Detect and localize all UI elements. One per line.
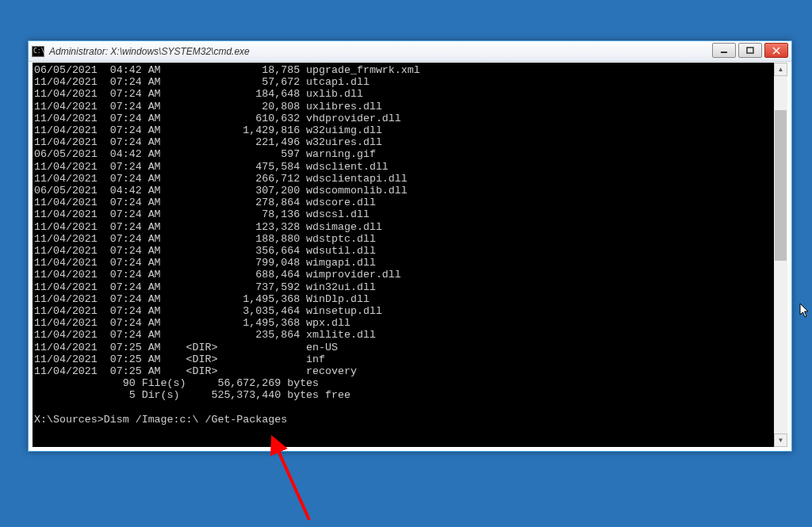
scroll-up-button[interactable]: ▲ <box>774 63 787 76</box>
minimize-icon <box>720 47 728 55</box>
scroll-down-button[interactable]: ▼ <box>774 433 787 447</box>
scrollbar[interactable]: ▲ ▼ <box>774 63 787 447</box>
svg-rect-1 <box>747 48 753 53</box>
close-button[interactable] <box>764 43 788 58</box>
app-icon: C:\ <box>32 46 44 57</box>
maximize-button[interactable] <box>738 43 762 58</box>
scroll-thumb[interactable] <box>775 110 787 261</box>
terminal-output: 06/05/2021 04:42 AM 18,785 upgrade_frmwr… <box>33 63 774 447</box>
titlebar[interactable]: C:\ Administrator: X:\windows\SYSTEM32\c… <box>29 41 791 62</box>
command-prompt-window: C:\ Administrator: X:\windows\SYSTEM32\c… <box>28 40 792 452</box>
window-title: Administrator: X:\windows\SYSTEM32\cmd.e… <box>49 46 250 57</box>
maximize-icon <box>746 47 754 55</box>
window-buttons <box>712 43 788 58</box>
minimize-button[interactable] <box>712 43 736 58</box>
close-icon <box>772 47 780 55</box>
mouse-cursor-icon <box>799 303 810 319</box>
svg-line-4 <box>275 444 309 520</box>
terminal-area[interactable]: 06/05/2021 04:42 AM 18,785 upgrade_frmwr… <box>33 63 787 447</box>
